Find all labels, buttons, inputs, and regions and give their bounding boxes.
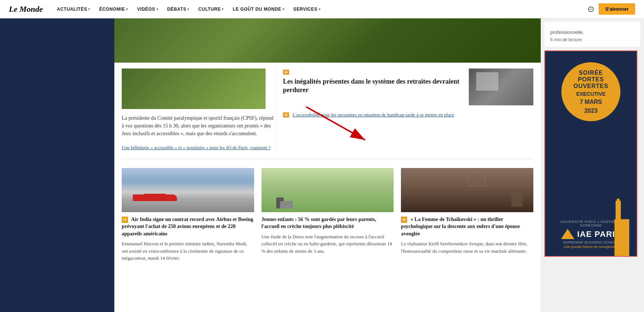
ad-circle-date: 7 MARS bbox=[580, 98, 602, 105]
building-tower bbox=[616, 201, 621, 219]
reading-time-duration: 6 min de lecture bbox=[550, 37, 634, 42]
login-icon[interactable]: ⊙ bbox=[588, 4, 594, 14]
ad-circle-line2: PORTES OUVERTES bbox=[561, 76, 620, 90]
article-tchaikovski-excerpt: Le réalisateur Kirill Serebrennikov évoq… bbox=[401, 240, 533, 255]
ad-circle: SOIRÉE PORTES OUVERTES EXECUTIVE 7 MARS … bbox=[561, 62, 620, 121]
chevron-down-icon: ▾ bbox=[222, 7, 224, 11]
subscribe-button[interactable]: S'abonner bbox=[599, 3, 635, 15]
article-tchaikovski-image bbox=[401, 168, 533, 212]
top-image bbox=[114, 18, 541, 63]
article-enfants: Jeunes enfants : 56 % sont gardés par le… bbox=[262, 168, 394, 262]
right-sidebar: professionnelle. 6 min de lecture SOIRÉE… bbox=[541, 18, 644, 312]
article-tchaikovski: M « La Femme de Tchaïkovski » : un thril… bbox=[401, 168, 533, 262]
ad-sub2-text: SORBONNE BUSINESS SCHOOL bbox=[563, 241, 619, 244]
article-air-india: M Air India signe un contrat record avec… bbox=[122, 168, 254, 262]
content-area: La présidente du Comité paralympique et … bbox=[114, 18, 541, 312]
reading-time-box: professionnelle. 6 min de lecture bbox=[544, 22, 640, 47]
left-sidebar bbox=[0, 18, 114, 312]
chevron-down-icon: ▾ bbox=[126, 7, 128, 11]
nav-item-videos[interactable]: VIDÉOS ▾ bbox=[134, 4, 162, 14]
reading-time-profession: professionnelle. bbox=[550, 29, 634, 35]
featured-article-image bbox=[469, 69, 533, 105]
building-body bbox=[614, 219, 629, 256]
ad-circle-year: 2023 bbox=[584, 107, 598, 114]
article-enfants-image bbox=[262, 168, 394, 212]
ad-tagline: Une grande histoire de management bbox=[564, 245, 618, 249]
nav-item-economie[interactable]: ÉCONOMIE ▾ bbox=[96, 4, 132, 14]
top-image-bg bbox=[114, 18, 541, 63]
pyramid-icon bbox=[561, 229, 574, 239]
first-row: La présidente du Comité paralympique et … bbox=[122, 69, 533, 159]
chevron-down-icon: ▾ bbox=[187, 7, 190, 11]
page-wrapper: La présidente du Comité paralympique et … bbox=[0, 18, 644, 312]
chevron-down-icon: ▾ bbox=[319, 7, 321, 11]
nav-item-services[interactable]: SERVICES ▾ bbox=[290, 4, 324, 14]
chevron-down-icon: ▾ bbox=[88, 7, 90, 11]
second-row: M Air India signe un contrat record avec… bbox=[122, 168, 533, 262]
second-sub-row: M L'accessibilité pour les personnes en … bbox=[283, 111, 533, 118]
big-article-header: M Les inégalités présentes dans le systè… bbox=[283, 69, 533, 105]
main-article-image bbox=[122, 69, 266, 109]
navigation: Le Monde ACTUALITÉS ▾ ÉCONOMIE ▾ VIDÉOS … bbox=[0, 0, 644, 18]
first-row-right: M Les inégalités présentes dans le systè… bbox=[277, 69, 533, 151]
sub-article-accessibility: M L'accessibilité pour les personnes en … bbox=[283, 111, 533, 118]
article-air-india-title[interactable]: M Air India signe un contrat record avec… bbox=[122, 216, 254, 238]
nav-item-actualites[interactable]: ACTUALITÉS ▾ bbox=[53, 4, 94, 14]
nav-right: ⊙ S'abonner bbox=[588, 3, 635, 15]
chevron-down-icon: ▾ bbox=[283, 7, 285, 11]
logo[interactable]: Le Monde bbox=[9, 4, 43, 14]
featured-article-title[interactable]: Les inégalités présentes dans le système… bbox=[283, 77, 464, 95]
main-article-text: La présidente du Comité paralympique et … bbox=[122, 114, 277, 137]
big-article: M Les inégalités présentes dans le systè… bbox=[283, 69, 533, 105]
article-enfants-title[interactable]: Jeunes enfants : 56 % sont gardés par le… bbox=[262, 216, 394, 230]
ad-circle-line3: EXECUTIVE bbox=[576, 91, 605, 97]
article-air-india-image bbox=[122, 168, 254, 212]
sub-article-title[interactable]: L'accessibilité pour les personnes en si… bbox=[293, 112, 454, 118]
article-air-india-excerpt: Emmanuel Macron et le premier ministre i… bbox=[122, 240, 254, 262]
ad-building bbox=[611, 212, 633, 256]
article-badge: M bbox=[283, 70, 289, 75]
article-badge: M bbox=[401, 217, 407, 223]
first-row-left: La présidente du Comité paralympique et … bbox=[122, 69, 277, 151]
ad-banner[interactable]: SOIRÉE PORTES OUVERTES EXECUTIVE 7 MARS … bbox=[544, 50, 637, 257]
ad-top-content: SOIRÉE PORTES OUVERTES EXECUTIVE 7 MARS … bbox=[561, 62, 620, 220]
article-tchaikovski-title[interactable]: M « La Femme de Tchaïkovski » : un thril… bbox=[401, 216, 533, 238]
sub-article-link[interactable]: Une billetterie « accessible » et « popu… bbox=[122, 144, 277, 151]
nav-item-gout-du-monde[interactable]: LE GOÛT DU MONDE ▾ bbox=[229, 4, 288, 14]
articles-section: La présidente du Comité paralympique et … bbox=[114, 63, 541, 268]
nav-item-debats[interactable]: DÉBATS ▾ bbox=[163, 4, 193, 14]
nav-item-culture[interactable]: CULTURE ▾ bbox=[195, 4, 228, 14]
building-dot bbox=[617, 199, 620, 201]
nav-menu: ACTUALITÉS ▾ ÉCONOMIE ▾ VIDÉOS ▾ DÉBATS … bbox=[53, 4, 588, 14]
article-enfants-excerpt: Une étude de la Drees note l'augmentatio… bbox=[262, 233, 394, 255]
sub-article-badge: M bbox=[283, 112, 289, 118]
chevron-down-icon: ▾ bbox=[156, 7, 159, 11]
ad-circle-line1: SOIRÉE bbox=[579, 69, 603, 76]
article-badge: M bbox=[122, 217, 128, 223]
